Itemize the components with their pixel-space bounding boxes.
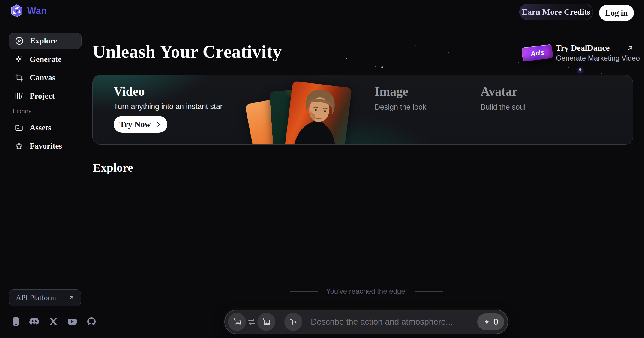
credits-pill[interactable]: 0 <box>477 313 504 330</box>
x-icon[interactable] <box>49 317 58 326</box>
sidebar-item-favorites[interactable]: Favorites <box>9 138 82 154</box>
sidebar-item-project[interactable]: Project <box>9 88 82 104</box>
credits-count: 0 <box>493 317 498 327</box>
star-dot <box>518 62 519 63</box>
tab-video-subtitle: Turn anything into an instant star <box>114 102 223 111</box>
promo-title[interactable]: Try DealDance <box>556 43 610 53</box>
try-now-label: Try Now <box>119 120 151 129</box>
promo-subtitle: Generate Marketing Video <box>556 54 640 62</box>
edge-message: You've reached the edge! <box>270 287 463 295</box>
brand-name: Wan <box>27 6 47 16</box>
section-title-explore: Explore <box>93 161 133 175</box>
add-image-icon <box>262 318 271 326</box>
sidebar-item-label: Explore <box>30 36 57 46</box>
portrait-illustration <box>285 81 352 145</box>
tally-icon <box>15 92 23 100</box>
page-title: Unleash Your Creativity <box>93 41 282 62</box>
add-image-icon <box>233 318 241 326</box>
sidebar-item-explore[interactable]: Explore <box>9 33 82 49</box>
prompt-bar: 0 <box>224 310 508 334</box>
divider-line <box>290 291 318 292</box>
earn-credits-button[interactable]: Earn More Credits <box>519 4 593 20</box>
chevron-right-icon <box>155 121 162 128</box>
tab-avatar[interactable]: Avatar <box>481 84 517 99</box>
ads-badge[interactable]: Ads <box>521 44 553 62</box>
login-label: Log in <box>605 8 628 18</box>
try-now-button[interactable]: Try Now <box>114 116 167 133</box>
wan-logo-icon <box>10 4 24 18</box>
youtube-icon[interactable] <box>67 318 77 325</box>
tab-image[interactable]: Image <box>375 84 408 99</box>
external-link-icon[interactable] <box>626 44 634 52</box>
star-dot <box>375 66 376 67</box>
sidebar-item-canvas[interactable]: Canvas <box>9 70 82 86</box>
hero-card: Video Turn anything into an instant star… <box>92 75 633 145</box>
mobile-icon[interactable] <box>13 317 19 326</box>
star-dot <box>448 52 449 53</box>
crop-icon <box>15 73 23 82</box>
sidebar-section-library: Library <box>13 107 31 115</box>
star-dot <box>346 58 347 59</box>
folder-icon <box>15 123 23 132</box>
star-dot <box>415 45 416 46</box>
external-link-icon <box>68 295 75 301</box>
star-dot <box>337 48 337 49</box>
add-audio-button[interactable] <box>284 313 302 331</box>
tab-avatar-subtitle: Build the soul <box>481 103 526 111</box>
api-platform-label: API Platform <box>16 294 68 302</box>
star-dot <box>568 67 569 68</box>
add-start-image-button[interactable] <box>228 313 246 331</box>
app-root: Wan Earn More Credits Log in Explore Gen… <box>0 0 644 338</box>
divider-line <box>415 291 443 292</box>
ads-badge-label: Ads <box>530 48 545 58</box>
sparkle-icon <box>15 55 23 64</box>
star-dot <box>381 66 383 68</box>
star-dot <box>579 68 581 71</box>
add-end-image-button[interactable] <box>257 313 275 331</box>
prompt-input[interactable] <box>311 317 477 327</box>
sidebar-item-label: Assets <box>30 123 51 132</box>
star-dot <box>601 73 602 74</box>
brand-logo[interactable]: Wan <box>10 4 47 18</box>
tab-image-subtitle: Design the look <box>375 103 426 111</box>
discord-icon[interactable] <box>29 318 39 325</box>
earn-credits-label: Earn More Credits <box>522 7 590 17</box>
edge-message-text: You've reached the edge! <box>326 287 407 295</box>
sidebar-item-label: Favorites <box>30 141 62 151</box>
star-dot <box>358 52 358 52</box>
login-button[interactable]: Log in <box>599 5 634 21</box>
sidebar-item-label: Canvas <box>30 73 55 82</box>
audio-waveform-icon <box>289 318 298 326</box>
api-platform-button[interactable]: API Platform <box>9 289 81 306</box>
tab-video[interactable]: Video <box>114 84 145 99</box>
sidebar-item-generate[interactable]: Generate <box>9 52 82 67</box>
preview-card-portrait <box>285 81 352 145</box>
star-icon <box>15 142 23 150</box>
sidebar-item-label: Generate <box>30 55 61 64</box>
sidebar-item-label: Project <box>30 91 55 101</box>
social-links <box>13 317 96 326</box>
sparkle-icon <box>483 318 490 325</box>
github-icon[interactable] <box>87 317 96 326</box>
divider-line <box>280 317 280 326</box>
swap-icon[interactable] <box>247 318 256 325</box>
sidebar-item-assets[interactable]: Assets <box>9 120 82 136</box>
compass-icon <box>15 37 24 45</box>
